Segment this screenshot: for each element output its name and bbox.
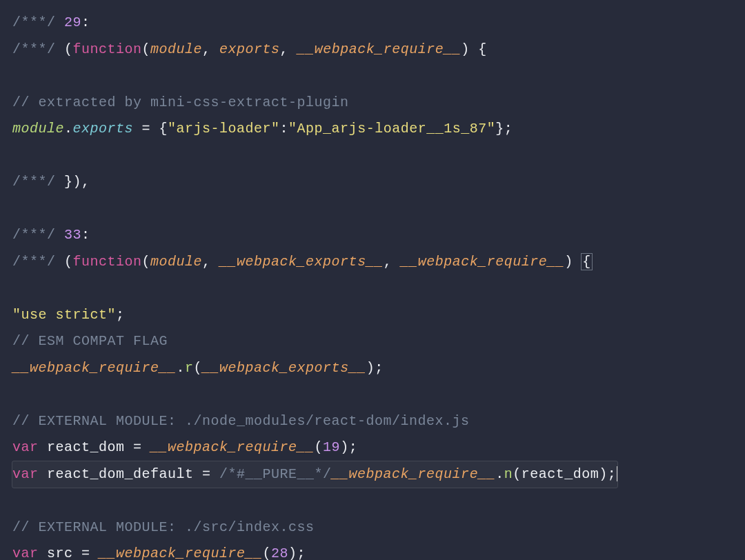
param: module (150, 254, 202, 270)
punct: ); (366, 360, 384, 376)
blank-line (12, 381, 733, 408)
punct: : (280, 121, 289, 137)
matching-brace: { (582, 254, 592, 270)
code-line: var react_dom = __webpack_require__(19); (12, 434, 733, 461)
block-comment: /***/ (12, 174, 56, 190)
code-line: /***/ 29: (12, 10, 733, 37)
punct: ( (56, 41, 73, 57)
code-line: // extracted by mini-css-extract-plugin (12, 90, 733, 117)
punct: : (81, 14, 90, 30)
code-line: // ESM COMPAT FLAG (12, 328, 733, 355)
punct: = { (133, 121, 168, 137)
punct: , (280, 41, 297, 57)
identifier: react_dom_default = (39, 466, 220, 482)
code-line: /***/ (function(module, exports, __webpa… (12, 37, 733, 63)
punct: ( (142, 41, 151, 57)
punct: ( (194, 360, 203, 376)
blank-line (12, 275, 733, 302)
punct: ); (288, 546, 306, 560)
identifier: module (12, 121, 64, 137)
identifier: __webpack_require__ (332, 466, 496, 482)
code-editor[interactable]: /***/ 29: /***/ (function(module, export… (12, 10, 733, 560)
punct: , (202, 41, 219, 57)
keyword-var: var (12, 439, 39, 455)
block-comment: /***/ (12, 41, 56, 57)
string: "App_arjs-loader__1s_87" (288, 121, 495, 137)
punct: ( (513, 466, 522, 482)
keyword-function: function (73, 254, 142, 270)
punct: . (64, 121, 73, 137)
block-comment: /***/ (12, 254, 56, 270)
string: "arjs-loader" (168, 121, 280, 137)
method: r (185, 360, 194, 376)
code-line: "use strict"; (12, 302, 733, 329)
property: exports (73, 121, 134, 137)
punct: ) { (461, 41, 487, 57)
punct: : (81, 227, 90, 243)
param: __webpack_exports__ (219, 254, 384, 270)
punct: }), (56, 174, 90, 190)
number: 19 (323, 439, 340, 455)
punct: ( (56, 254, 73, 270)
module-id: 29 (56, 14, 82, 30)
blank-line (12, 143, 733, 170)
line-comment: // EXTERNAL MODULE: ./node_modules/react… (12, 413, 470, 429)
block-comment: /***/ (12, 14, 56, 30)
code-line: var src = __webpack_require__(28); (12, 541, 733, 560)
code-line: /***/ (function(module, __webpack_export… (12, 249, 733, 276)
punct: ); (599, 466, 616, 482)
number: 28 (271, 546, 288, 560)
code-line: // EXTERNAL MODULE: ./src/index.css (12, 514, 733, 541)
param: __webpack_require__ (297, 41, 461, 57)
block-comment: /***/ (12, 227, 56, 243)
punct: ( (263, 546, 272, 560)
code-line: /***/ 33: (12, 222, 733, 249)
blank-line (12, 63, 733, 90)
param: __webpack_require__ (401, 254, 565, 270)
punct: ); (340, 439, 357, 455)
param: module (150, 41, 202, 57)
code-line: /***/ }), (12, 169, 733, 196)
identifier: react_dom = (39, 439, 151, 455)
line-comment: // extracted by mini-css-extract-plugin (12, 94, 349, 110)
identifier: react_dom (522, 466, 599, 482)
identifier: __webpack_exports__ (202, 360, 366, 376)
module-id: 33 (56, 227, 82, 243)
keyword-var: var (12, 546, 39, 560)
pure-comment: /*#__PURE__*/ (219, 466, 332, 482)
identifier: __webpack_require__ (150, 439, 315, 455)
identifier: __webpack_require__ (99, 546, 263, 560)
identifier: __webpack_require__ (12, 360, 177, 376)
punct: ; (116, 307, 125, 323)
param: exports (219, 41, 280, 57)
punct: ( (315, 439, 324, 455)
punct: , (384, 254, 401, 270)
line-comment: // EXTERNAL MODULE: ./src/index.css (12, 519, 315, 535)
punct: . (177, 360, 186, 376)
line-comment: // ESM COMPAT FLAG (12, 333, 168, 349)
code-line: module.exports = {"arjs-loader":"App_arj… (12, 116, 733, 143)
text-cursor (617, 466, 617, 481)
keyword-var: var (12, 466, 39, 482)
blank-line (12, 488, 733, 514)
punct: , (202, 254, 219, 270)
punct: . (495, 466, 504, 482)
code-line: // EXTERNAL MODULE: ./node_modules/react… (12, 408, 733, 435)
punct: ) (564, 254, 582, 270)
punct: }; (495, 121, 513, 137)
identifier: src = (39, 546, 99, 560)
string: "use strict" (12, 307, 116, 323)
method: n (504, 466, 513, 482)
punct: ( (142, 254, 151, 270)
current-line[interactable]: var react_dom_default = /*#__PURE__*/__w… (12, 461, 617, 488)
code-line: __webpack_require__.r(__webpack_exports_… (12, 355, 733, 382)
blank-line (12, 196, 733, 223)
keyword-function: function (73, 41, 142, 57)
